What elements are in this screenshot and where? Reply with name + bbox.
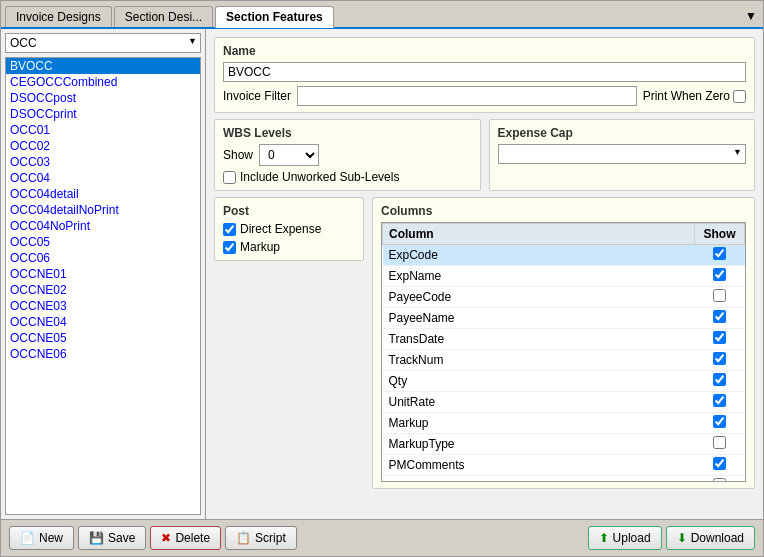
- tab-section-features[interactable]: Section Features: [215, 6, 334, 28]
- column-name: TrackNum: [383, 350, 695, 371]
- table-row[interactable]: PMComments: [383, 455, 745, 476]
- column-show-checkbox[interactable]: [713, 394, 726, 407]
- column-show-checkbox[interactable]: [713, 247, 726, 260]
- list-item[interactable]: OCC01: [6, 122, 200, 138]
- columns-label: Columns: [381, 204, 746, 218]
- tab-overflow-arrow[interactable]: ▼: [739, 5, 763, 27]
- wbs-show-label: Show: [223, 148, 253, 162]
- list-item[interactable]: OCC06: [6, 250, 200, 266]
- table-row[interactable]: UnitRate: [383, 392, 745, 413]
- column-show-cell: [695, 287, 745, 308]
- name-label: Name: [223, 44, 746, 58]
- wbs-show-select[interactable]: 0123: [259, 144, 319, 166]
- post-label: Post: [223, 204, 355, 218]
- table-row[interactable]: Markup: [383, 413, 745, 434]
- list-item[interactable]: OCCNE04: [6, 314, 200, 330]
- column-show-cell: [695, 350, 745, 371]
- list-item[interactable]: DSOCCpost: [6, 90, 200, 106]
- column-show-checkbox[interactable]: [713, 436, 726, 449]
- column-show-checkbox[interactable]: [713, 478, 726, 482]
- table-row[interactable]: Qty: [383, 371, 745, 392]
- column-show-checkbox[interactable]: [713, 415, 726, 428]
- column-name: MarkupType: [383, 434, 695, 455]
- column-name: ExpCode: [383, 245, 695, 266]
- delete-button[interactable]: ✖ Delete: [150, 526, 221, 550]
- markup-row: Markup: [223, 240, 355, 254]
- column-name: ExpName: [383, 266, 695, 287]
- columns-header-row: Column Show: [383, 224, 745, 245]
- new-button[interactable]: 📄 New: [9, 526, 74, 550]
- list-item[interactable]: OCC04detail: [6, 186, 200, 202]
- list-item[interactable]: OCC03: [6, 154, 200, 170]
- markup-checkbox[interactable]: [223, 241, 236, 254]
- include-unworked-row: Include Unworked Sub-Levels: [223, 170, 472, 184]
- column-show-checkbox[interactable]: [713, 268, 726, 281]
- column-name: Qty: [383, 371, 695, 392]
- upload-label: Upload: [613, 531, 651, 545]
- wbs-section: WBS Levels Show 0123 Include Unworked Su…: [214, 119, 481, 191]
- upload-button[interactable]: ⬆ Upload: [588, 526, 662, 550]
- show-header: Show: [695, 224, 745, 245]
- column-show-cell: [695, 455, 745, 476]
- table-row[interactable]: TransDate: [383, 329, 745, 350]
- include-unworked-checkbox[interactable]: [223, 171, 236, 184]
- column-show-checkbox[interactable]: [713, 352, 726, 365]
- include-unworked-label: Include Unworked Sub-Levels: [240, 170, 399, 184]
- delete-icon: ✖: [161, 531, 171, 545]
- filter-row: Invoice Filter Print When Zero: [223, 86, 746, 106]
- section-list[interactable]: BVOCCCEGOCCCombinedDSOCCpostDSOCCprintOC…: [5, 57, 201, 515]
- expense-dropdown[interactable]: [498, 144, 747, 164]
- print-when-zero-checkbox[interactable]: [733, 90, 746, 103]
- expense-dropdown-wrapper: [498, 144, 747, 164]
- list-item[interactable]: OCC04detailNoPrint: [6, 202, 200, 218]
- list-item[interactable]: OCC02: [6, 138, 200, 154]
- list-item[interactable]: DSOCCprint: [6, 106, 200, 122]
- list-item[interactable]: OCCNE03: [6, 298, 200, 314]
- filter-dropdown[interactable]: OCC: [5, 33, 201, 53]
- name-input[interactable]: [223, 62, 746, 82]
- table-row[interactable]: PayeeName: [383, 308, 745, 329]
- bottom-toolbar: 📄 New 💾 Save ✖ Delete 📋 Script ⬆ Upload …: [1, 519, 763, 556]
- column-show-checkbox[interactable]: [713, 373, 726, 386]
- table-row[interactable]: PayeeCode: [383, 287, 745, 308]
- wbs-label: WBS Levels: [223, 126, 472, 140]
- table-row[interactable]: OrgCode: [383, 476, 745, 483]
- list-item[interactable]: OCCNE01: [6, 266, 200, 282]
- columns-section: Columns Column Show ExpCodeExpNamePayeeC…: [372, 197, 755, 489]
- wbs-expense-row: WBS Levels Show 0123 Include Unworked Su…: [214, 119, 755, 191]
- table-row[interactable]: ExpCode: [383, 245, 745, 266]
- table-row[interactable]: ExpName: [383, 266, 745, 287]
- table-row[interactable]: TrackNum: [383, 350, 745, 371]
- script-label: Script: [255, 531, 286, 545]
- tab-invoice-designs[interactable]: Invoice Designs: [5, 6, 112, 27]
- list-item[interactable]: BVOCC: [6, 58, 200, 74]
- wbs-show-row: Show 0123: [223, 144, 472, 166]
- list-item[interactable]: OCCNE02: [6, 282, 200, 298]
- left-panel: OCC BVOCCCEGOCCCombinedDSOCCpostDSOCCpri…: [1, 29, 206, 519]
- new-icon: 📄: [20, 531, 35, 545]
- list-item[interactable]: OCC04: [6, 170, 200, 186]
- list-item[interactable]: OCC05: [6, 234, 200, 250]
- column-show-checkbox[interactable]: [713, 457, 726, 470]
- direct-expense-checkbox[interactable]: [223, 223, 236, 236]
- list-item[interactable]: OCCNE06: [6, 346, 200, 362]
- save-button[interactable]: 💾 Save: [78, 526, 146, 550]
- invoice-filter-input[interactable]: [297, 86, 637, 106]
- column-show-checkbox[interactable]: [713, 331, 726, 344]
- download-button[interactable]: ⬇ Download: [666, 526, 755, 550]
- post-section: Post Direct Expense Markup: [214, 197, 364, 261]
- script-button[interactable]: 📋 Script: [225, 526, 297, 550]
- invoice-filter-label: Invoice Filter: [223, 89, 291, 103]
- column-name: TransDate: [383, 329, 695, 350]
- table-row[interactable]: MarkupType: [383, 434, 745, 455]
- column-name: PMComments: [383, 455, 695, 476]
- column-show-checkbox[interactable]: [713, 310, 726, 323]
- download-icon: ⬇: [677, 531, 687, 545]
- column-show-cell: [695, 371, 745, 392]
- column-show-cell: [695, 245, 745, 266]
- list-item[interactable]: OCC04NoPrint: [6, 218, 200, 234]
- list-item[interactable]: CEGOCCCombined: [6, 74, 200, 90]
- list-item[interactable]: OCCNE05: [6, 330, 200, 346]
- tab-section-desi[interactable]: Section Desi...: [114, 6, 213, 27]
- column-show-checkbox[interactable]: [713, 289, 726, 302]
